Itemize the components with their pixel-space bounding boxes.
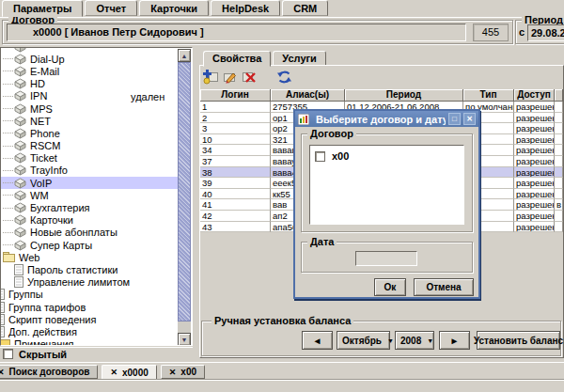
tree-item-label: WM bbox=[30, 190, 49, 201]
contract-combobox[interactable]: x0000 [ Иванов Петр Сидорович ] bbox=[7, 24, 466, 41]
close-tab-icon[interactable]: ✕ bbox=[169, 368, 177, 377]
set-balance-button[interactable]: Установить баланс bbox=[477, 331, 560, 350]
period-from-field[interactable]: 29.08.2008 bbox=[527, 24, 564, 41]
tree-item-MPS[interactable]: MPS bbox=[1, 102, 178, 115]
tree-item-Доп. действия[interactable]: Доп. действия bbox=[0, 325, 178, 337]
column-header-extra[interactable] bbox=[555, 89, 563, 102]
balance-group-label: Ручная установка баланса bbox=[212, 315, 353, 326]
column-header-Период[interactable]: Период bbox=[345, 89, 463, 102]
tree-item-Бухгалтерия[interactable]: Бухгалтерия bbox=[1, 201, 178, 213]
refresh-login-button[interactable] bbox=[274, 70, 293, 86]
tree-item-TrayInfo[interactable]: TrayInfo bbox=[1, 165, 178, 177]
tree-connector bbox=[3, 244, 13, 245]
cell-access: разрешен bbox=[514, 113, 555, 124]
contract-option-row[interactable]: x00 bbox=[315, 150, 349, 162]
contract-tab-x0000[interactable]: ✕x0000 bbox=[102, 365, 156, 380]
prev-month-button[interactable]: ◄ bbox=[302, 331, 333, 350]
dialog-titlebar[interactable]: Выберите договор и дату для п □ ✕ bbox=[295, 111, 478, 127]
page-icon bbox=[14, 276, 24, 288]
tree-item-HD[interactable]: HD bbox=[1, 78, 178, 90]
add-login-button[interactable] bbox=[201, 70, 220, 86]
deleted-badge: удален bbox=[131, 91, 164, 102]
tree-item-label: Web bbox=[19, 252, 39, 263]
next-month-button[interactable]: ► bbox=[439, 331, 470, 350]
tree-item-Супер Карты[interactable]: Супер Карты bbox=[1, 239, 178, 251]
tree-item-WM[interactable]: WM bbox=[1, 189, 178, 201]
column-header-Доступ[interactable]: Доступ bbox=[514, 89, 555, 102]
tree-item-label: MPS bbox=[30, 103, 53, 115]
tree-item-Карточки[interactable]: Карточки bbox=[1, 214, 178, 227]
scroll-thumb[interactable] bbox=[178, 62, 191, 321]
cube-icon bbox=[14, 178, 26, 189]
cancel-button[interactable]: Отмена bbox=[414, 278, 474, 296]
contract-tab-bar: ✕Поиск договоров✕x0000✕x00 bbox=[0, 362, 564, 378]
year-select[interactable]: 2008 ▼ bbox=[395, 331, 434, 350]
tree-item-label: IPN bbox=[30, 90, 47, 102]
tree-item-Новые абонплаты[interactable]: Новые абонплаты bbox=[1, 227, 178, 239]
tree-item-Группы[interactable]: Группы bbox=[0, 289, 178, 301]
tree-connector bbox=[3, 170, 13, 171]
close-button[interactable]: ✕ bbox=[463, 113, 476, 125]
scroll-up-button[interactable]: ▲ bbox=[178, 49, 191, 62]
tree-item-Управление лимитом[interactable]: Управление лимитом bbox=[1, 276, 178, 289]
period-group: Период с 29.08.2008 bbox=[515, 20, 564, 44]
main-tab-Свойства[interactable]: Свойства bbox=[203, 51, 271, 67]
cell-extra bbox=[555, 134, 563, 146]
hidden-checkbox[interactable] bbox=[3, 349, 13, 359]
column-header-Тип[interactable]: Тип bbox=[463, 89, 514, 102]
date-input[interactable] bbox=[355, 251, 417, 266]
tree-item-VoIP[interactable]: VoIP bbox=[1, 177, 178, 189]
tree-connector bbox=[3, 84, 13, 85]
tree-item-NET[interactable]: NET bbox=[1, 115, 178, 127]
column-header-Алиас(ы)[interactable]: Алиас(ы) bbox=[271, 89, 345, 102]
scroll-down-button[interactable]: ▼ bbox=[178, 333, 191, 346]
tree-item-Группа тарифов[interactable]: Группа тарифов bbox=[0, 301, 178, 313]
contract-tab-x00[interactable]: ✕x00 bbox=[161, 365, 205, 379]
close-tab-icon[interactable]: ✕ bbox=[0, 368, 5, 377]
year-dropdown-icon: ▼ bbox=[427, 337, 433, 344]
top-tab-Отчет[interactable]: Отчет bbox=[85, 0, 137, 16]
tree-item-IPN[interactable]: IPNудален bbox=[1, 90, 178, 102]
delete-login-button[interactable] bbox=[239, 70, 258, 86]
top-tab-CRM[interactable]: CRM bbox=[282, 0, 328, 16]
tree-item-Web[interactable]: Web bbox=[1, 251, 178, 263]
tree-connector bbox=[3, 182, 13, 183]
edit-login-button[interactable] bbox=[220, 70, 239, 86]
contract-tab-Поиск договоров[interactable]: ✕Поиск договоров bbox=[0, 365, 98, 379]
tree-item-label: NET bbox=[30, 116, 51, 127]
month-value: Октябрь bbox=[342, 336, 382, 346]
close-tab-icon[interactable]: ✕ bbox=[110, 368, 118, 377]
maximize-button[interactable]: □ bbox=[448, 113, 461, 125]
tree-item-label: Скрипт поведения bbox=[8, 314, 96, 325]
cube-icon bbox=[14, 202, 26, 213]
top-tab-Параметры[interactable]: Параметры bbox=[2, 0, 83, 17]
page-icon bbox=[0, 302, 5, 313]
ok-button[interactable]: Ок bbox=[374, 278, 406, 296]
cell-access: разрешен bbox=[514, 167, 555, 179]
contract-checkbox[interactable] bbox=[315, 151, 325, 162]
column-header-Логин[interactable]: Логин bbox=[200, 89, 271, 102]
tree-item-Примечания[interactable]: Примечания bbox=[0, 338, 178, 347]
cell-extra: в bbox=[555, 199, 563, 211]
tree-item-Пароль статистики[interactable]: Пароль статистики bbox=[1, 263, 178, 275]
tree-item-Ticket[interactable]: Ticket bbox=[1, 152, 178, 165]
tree-item-Скрипт поведения[interactable]: Скрипт поведения bbox=[0, 313, 178, 325]
hidden-section-toggle[interactable]: Скрытый bbox=[0, 347, 193, 360]
top-tab-Карточки[interactable]: Карточки bbox=[139, 0, 209, 16]
month-select[interactable]: Октябрь ▼ bbox=[337, 331, 390, 350]
tree-item-Dial-Up[interactable]: Dial-Up bbox=[1, 53, 178, 65]
tree-item-Phone[interactable]: Phone bbox=[1, 127, 178, 139]
note-icon bbox=[0, 339, 10, 346]
dialog-icon bbox=[298, 114, 309, 125]
tree-connector bbox=[3, 133, 13, 133]
tree-item-E-Mail[interactable]: E-Mail bbox=[1, 65, 178, 77]
cube-icon bbox=[14, 165, 26, 176]
main-tab-Услуги[interactable]: Услуги bbox=[273, 51, 326, 66]
top-tab-HelpDesk[interactable]: HelpDesk bbox=[211, 0, 280, 16]
tree-item-RSCM[interactable]: RSCM bbox=[1, 140, 178, 152]
delete-icon bbox=[241, 70, 257, 86]
tree-scrollbar[interactable]: ▲ ▼ bbox=[178, 49, 191, 346]
page-icon bbox=[0, 326, 5, 337]
add-icon bbox=[203, 70, 219, 86]
cell-access: разрешен bbox=[514, 189, 555, 200]
